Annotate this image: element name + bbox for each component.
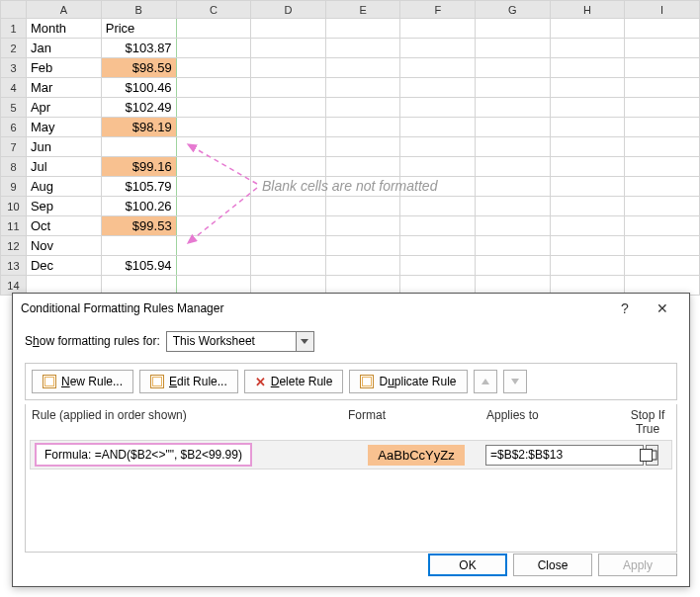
cell[interactable]: $102.49 (101, 98, 176, 118)
cell[interactable] (476, 98, 551, 118)
cell[interactable]: Jun (26, 137, 101, 157)
cell[interactable] (476, 137, 551, 157)
cell[interactable] (251, 236, 326, 256)
cell[interactable] (550, 137, 625, 157)
row-header[interactable]: 6 (1, 118, 27, 137)
cell[interactable]: $98.19 (101, 118, 176, 137)
cell[interactable] (176, 256, 251, 276)
cell[interactable] (325, 118, 400, 137)
cell[interactable] (251, 197, 326, 216)
cell[interactable] (101, 236, 176, 256)
cell[interactable] (176, 157, 251, 177)
col-header-D[interactable]: D (251, 1, 326, 19)
cell[interactable] (176, 216, 251, 236)
row-header[interactable]: 7 (1, 137, 27, 157)
cell[interactable] (325, 236, 400, 256)
cell[interactable] (625, 78, 700, 98)
cell[interactable] (400, 98, 476, 118)
cell[interactable] (550, 157, 625, 177)
cell[interactable] (176, 177, 251, 197)
cell[interactable]: Sep (26, 197, 101, 216)
cell[interactable] (400, 236, 476, 256)
cell[interactable] (476, 236, 551, 256)
cell[interactable] (400, 216, 476, 236)
close-x-button[interactable]: ✕ (644, 295, 681, 322)
cell[interactable] (176, 39, 251, 58)
cell[interactable]: $105.79 (101, 177, 176, 197)
cell[interactable] (400, 137, 476, 157)
cell[interactable]: Nov (26, 236, 101, 256)
cell[interactable] (325, 157, 400, 177)
cell[interactable] (476, 118, 551, 137)
help-button[interactable]: ? (606, 295, 644, 322)
cell[interactable] (325, 256, 400, 276)
cell[interactable] (550, 19, 625, 39)
cell[interactable] (476, 19, 551, 39)
row-header[interactable]: 11 (1, 216, 27, 236)
cell[interactable] (625, 58, 700, 78)
cell[interactable] (400, 256, 476, 276)
cell[interactable] (101, 137, 176, 157)
cell[interactable] (400, 19, 476, 39)
cell[interactable] (400, 39, 476, 58)
cell[interactable]: $98.59 (101, 58, 176, 78)
cell[interactable] (476, 216, 551, 236)
cell[interactable]: Feb (26, 58, 101, 78)
row-header[interactable]: 9 (1, 177, 27, 197)
cell[interactable] (625, 157, 700, 177)
col-header-I[interactable]: I (625, 1, 700, 19)
cell[interactable] (251, 216, 326, 236)
cell[interactable] (251, 98, 326, 118)
cell[interactable] (550, 118, 625, 137)
cell[interactable]: $103.87 (101, 39, 176, 58)
cell[interactable] (476, 78, 551, 98)
cell[interactable] (176, 236, 251, 256)
cell[interactable] (325, 197, 400, 216)
cell[interactable] (625, 19, 700, 39)
cell[interactable] (625, 118, 700, 137)
new-rule-button[interactable]: New Rule... (32, 370, 133, 393)
cell[interactable] (325, 98, 400, 118)
col-header-A[interactable]: A (26, 1, 101, 19)
cell[interactable] (550, 256, 625, 276)
cell[interactable] (325, 39, 400, 58)
cell[interactable] (625, 39, 700, 58)
row-header[interactable]: 3 (1, 58, 27, 78)
cell[interactable] (550, 78, 625, 98)
cell[interactable]: Dec (26, 256, 101, 276)
cell[interactable] (625, 216, 700, 236)
close-button[interactable]: Close (513, 554, 592, 576)
cell[interactable] (400, 78, 476, 98)
cell[interactable] (251, 58, 326, 78)
cell[interactable] (400, 58, 476, 78)
cell[interactable]: May (26, 118, 101, 137)
row-header[interactable]: 12 (1, 236, 27, 256)
cell[interactable] (400, 157, 476, 177)
row-header[interactable]: 2 (1, 39, 27, 58)
cell[interactable] (476, 58, 551, 78)
cell[interactable] (476, 177, 551, 197)
cell[interactable] (400, 118, 476, 137)
cell[interactable] (251, 78, 326, 98)
col-header-B[interactable]: B (101, 1, 176, 19)
cell[interactable] (625, 256, 700, 276)
cell[interactable] (550, 216, 625, 236)
cell[interactable]: Mar (26, 78, 101, 98)
cell[interactable]: $100.46 (101, 78, 176, 98)
col-header-G[interactable]: G (476, 1, 551, 19)
col-header-E[interactable]: E (325, 1, 400, 19)
col-header-C[interactable]: C (176, 1, 251, 19)
cell[interactable] (325, 137, 400, 157)
row-header[interactable]: 5 (1, 98, 27, 118)
edit-rule-button[interactable]: Edit Rule... (139, 370, 238, 393)
cell[interactable]: Jul (26, 157, 101, 177)
cell[interactable] (176, 58, 251, 78)
cell[interactable] (176, 78, 251, 98)
cell[interactable] (625, 177, 700, 197)
cell[interactable] (176, 118, 251, 137)
cell[interactable] (625, 137, 700, 157)
cell[interactable] (251, 137, 326, 157)
cell[interactable] (176, 19, 251, 39)
move-up-button[interactable] (474, 370, 497, 393)
cell[interactable] (550, 177, 625, 197)
